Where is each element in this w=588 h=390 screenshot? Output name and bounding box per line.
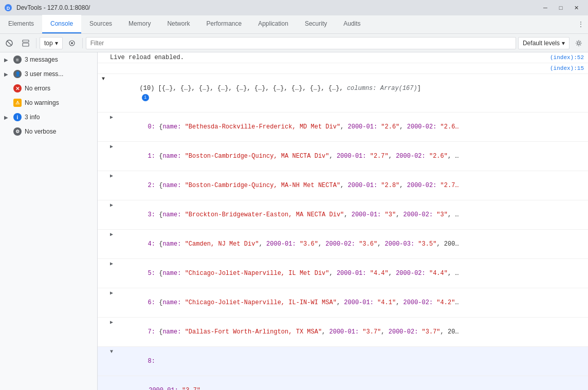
tab-overflow-button[interactable]: ⋮ [574,15,588,33]
title-bar-controls: ─ □ ✕ [538,0,584,15]
tab-console[interactable]: Console [42,15,81,33]
main-content: ▶ ≡ 3 messages ▶ 👤 3 user mess... ▶ ✕ No… [0,52,588,390]
item-6-text: 6: {name: "Chicago-Joliet-Naperville, IL… [118,289,584,317]
expand-messages-arrow: ▶ [4,57,10,63]
tab-memory[interactable]: Memory [120,15,159,33]
expand-user-arrow: ▶ [4,71,10,77]
context-selector[interactable]: top ▾ [40,37,63,49]
sidebar-item-user-messages[interactable]: ▶ 👤 3 user mess... [0,67,97,81]
toolbar-separator-2 [82,38,83,48]
info-icon: i [13,113,22,121]
item-8-text: 8: [118,347,584,375]
sidebar-label-verbose: No verbose [25,128,93,135]
svg-text:D: D [7,6,10,11]
close-button[interactable]: ✕ [568,0,584,15]
tab-elements[interactable]: Elements [0,15,42,33]
console-toolbar: top ▾ Default levels ▾ [0,34,588,52]
sidebar-item-no-errors[interactable]: ▶ ✕ No errors [0,81,97,96]
sidebar-item-no-warnings[interactable]: ▶ ⚠ No warnings [0,96,97,110]
item-1-expand[interactable]: ▶ [110,142,116,152]
array-item-3: ▶ 3: {name: "Brockton-Bridgewater-Easton… [98,200,588,230]
svg-rect-4 [23,40,29,42]
svg-rect-5 [23,43,29,46]
item-3-expand[interactable]: ▶ [110,201,116,210]
index-15-source[interactable]: (index):15 [550,64,584,73]
array-item-4: ▶ 4: {name: "Camden, NJ Met Div", 2000-0… [98,230,588,259]
item-0-text: 0: {name: "Bethesda-Rockville-Frederick,… [118,113,584,141]
array-item-2: ▶ 2: {name: "Boston-Cambridge-Quincy, MA… [98,171,588,200]
tab-application[interactable]: Application [250,15,297,33]
filter-input[interactable] [86,37,516,49]
toggle-drawer-button[interactable] [19,36,33,50]
tab-sources[interactable]: Sources [81,15,120,33]
item-6-expand[interactable]: ▶ [110,289,116,298]
default-levels-dropdown[interactable]: Default levels ▾ [518,37,569,49]
sidebar-label-warnings: No warnings [25,99,93,106]
tab-performance[interactable]: Performance [198,15,250,33]
sidebar-item-no-verbose[interactable]: ▶ ⚙ No verbose [0,124,97,139]
live-reload-source[interactable]: (index):52 [550,53,584,62]
verbose-icon: ⚙ [13,127,22,136]
messages-icon: ≡ [13,55,22,64]
sidebar-label-info: 3 info [25,114,93,121]
clear-console-button[interactable] [2,36,16,50]
item-8-prop-0: ▶ 2000-01: "3.7" [98,376,588,390]
array-item-8-header: ▼ 8: [98,347,588,376]
item-8-props: ▶ 2000-01: "3.7" ▶ 2000-02: "3.7" ▶ 2000… [98,376,588,390]
item-2-expand[interactable]: ▶ [110,172,116,181]
sidebar: ▶ ≡ 3 messages ▶ 👤 3 user mess... ▶ ✕ No… [0,52,98,390]
title-bar-title: DevTools - 127.0.0.1:8080/ [16,4,534,11]
index-15-line: ▶ (index):15 [98,63,588,74]
prop-text-0: 2000-01: "3.7" [126,377,584,390]
array-item-6: ▶ 6: {name: "Chicago-Joliet-Naperville, … [98,288,588,318]
sidebar-label-messages: 3 messages [25,56,93,63]
svg-line-3 [7,41,11,45]
console-output: ▶ Live reload enabled. (index):52 ▶ (ind… [98,52,588,390]
item-5-expand[interactable]: ▶ [110,259,116,269]
svg-point-8 [578,42,580,44]
svg-point-7 [71,42,73,44]
sidebar-item-messages[interactable]: ▶ ≡ 3 messages [0,52,97,67]
error-icon: ✕ [13,84,22,92]
tab-audits[interactable]: Audits [335,15,369,33]
maximize-button[interactable]: □ [553,0,568,15]
minimize-button[interactable]: ─ [538,0,553,15]
devtools-icon: D [4,4,12,12]
tab-bar: Elements Console Sources Memory Network … [0,15,588,34]
array-item-0: ▶ 0: {name: "Bethesda-Rockville-Frederic… [98,113,588,142]
expand-info-arrow: ▶ [4,115,10,120]
array-item-5: ▶ 5: {name: "Chicago-Joliet-Naperville, … [98,259,588,288]
item-8-expand[interactable]: ▼ [110,347,116,357]
array-header-expand[interactable]: ▼ [102,75,108,84]
item-1-text: 1: {name: "Boston-Cambridge-Quincy, MA N… [118,142,584,170]
item-7-expand[interactable]: ▶ [110,318,116,327]
array-item-1: ▶ 1: {name: "Boston-Cambridge-Quincy, MA… [98,142,588,171]
tab-security[interactable]: Security [297,15,335,33]
sidebar-label-user: 3 user mess... [25,70,93,78]
title-bar: D DevTools - 127.0.0.1:8080/ ─ □ ✕ [0,0,588,15]
sidebar-label-errors: No errors [25,85,93,92]
item-2-text: 2: {name: "Boston-Cambridge-Quincy, MA-N… [118,172,584,199]
item-4-expand[interactable]: ▶ [110,230,116,239]
sidebar-item-3-info[interactable]: ▶ i 3 info [0,110,97,124]
item-4-text: 4: {name: "Camden, NJ Met Div", 2000-01:… [118,230,584,258]
array-info-icon: i [142,94,149,101]
live-reload-line: ▶ Live reload enabled. (index):52 [98,52,588,63]
user-icon: 👤 [13,70,22,78]
toolbar-separator-1 [36,38,36,48]
warning-icon: ⚠ [13,99,22,107]
live-reload-text: Live reload enabled. [110,53,550,62]
console-settings-button[interactable] [572,36,586,50]
item-3-text: 3: {name: "Brockton-Bridgewater-Easton, … [118,201,584,229]
array-header-line: ▼ (10) [{…}, {…}, {…}, {…}, {…}, {…}, {…… [98,74,588,113]
preserve-log-button[interactable] [65,36,79,50]
array-header-text: (10) [{…}, {…}, {…}, {…}, {…}, {…}, {…},… [110,75,584,112]
tab-network[interactable]: Network [159,15,198,33]
item-7-text: 7: {name: "Dallas-Fort Worth-Arlington, … [118,318,584,346]
item-5-text: 5: {name: "Chicago-Joliet-Naperville, IL… [118,259,584,287]
array-item-7: ▶ 7: {name: "Dallas-Fort Worth-Arlington… [98,318,588,347]
item-0-expand[interactable]: ▶ [110,113,116,122]
